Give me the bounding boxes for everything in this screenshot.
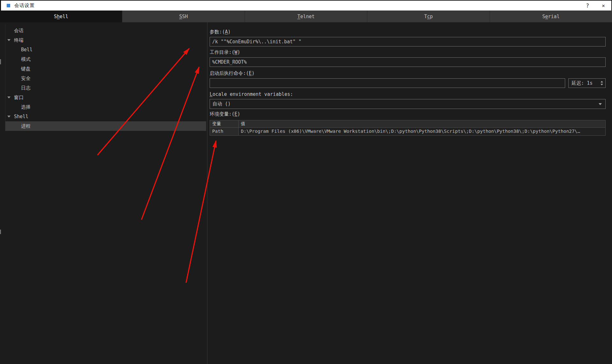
tab-label-part: S [542,14,545,19]
tab-shell[interactable]: Shell [0,11,122,22]
env-vars-table: 变量 值 Path D:\Program Files (x86)\VMware\… [210,120,606,136]
chevron-down-icon[interactable] [7,39,11,41]
dialog-body: 会话 终端 Bell 模式 键盘 安全 日 [0,22,612,364]
tree-item-label: 模式 [21,56,31,62]
tree-item-label: 键盘 [21,66,31,72]
tab-mnemonic: e [545,14,548,19]
env-var-value-cell[interactable]: D:\Program Files (x86)\VMware\VMware Wor… [239,128,605,135]
spin-down-button[interactable] [601,84,603,85]
label-part: ) [237,49,240,55]
label-part: 环境变量:( [210,111,234,117]
post-start-command-label: 启动后执行命令:(E) [210,70,255,76]
spinner-buttons [601,81,603,85]
label-part: ) [252,70,255,76]
tab-label-part: elnet [300,14,314,19]
delay-spinner[interactable]: 延迟: 1s [568,78,606,88]
tree-item-label: 安全 [21,75,31,82]
sidebar-item-selection[interactable]: 选择 [5,102,206,112]
label-part: ) [228,29,231,35]
label-part: ) [237,111,240,117]
tree-item-label: 终端 [14,37,24,43]
tree-item-label: 日志 [21,85,31,91]
env-vars-label: 环境变量:(E) [210,111,240,117]
tab-label-part: ell [60,14,68,19]
tab-mnemonic: h [57,14,60,19]
tab-label-part: T [424,14,427,19]
tree-item-label: 窗口 [14,95,24,101]
tab-serial[interactable]: Serial [490,11,612,22]
workdir-input[interactable] [210,57,606,67]
titlebar: 会话设置 ? ✕ [0,0,612,11]
tab-mnemonic: S [179,14,182,19]
locale-label: Locale environment variables: [210,91,293,97]
table-row[interactable]: Path D:\Program Files (x86)\VMware\VMwar… [210,128,605,136]
tree-item-label: Shell [14,114,28,119]
label-mnemonic: W [234,49,237,55]
close-button[interactable]: ✕ [595,1,611,11]
tab-bar: Shell SSH Telnet Tcp Serial [0,11,612,22]
settings-sidebar: 会话 终端 Bell 模式 键盘 安全 日 [0,22,207,364]
args-input[interactable] [210,37,606,46]
tree-item-label: 会话 [14,28,24,34]
tab-label-part: S [54,14,57,19]
sidebar-item-log[interactable]: 日志 [5,83,206,93]
sidebar-item-terminal[interactable]: 终端 [5,35,206,45]
chevron-down-icon [599,103,602,105]
sidebar-item-mode[interactable]: 模式 [5,54,206,64]
left-edge-mark [0,59,1,64]
help-button[interactable]: ? [580,1,595,11]
tab-telnet[interactable]: Telnet [245,11,367,22]
sidebar-item-shell[interactable]: Shell [5,112,206,121]
tab-mnemonic: c [427,14,430,19]
sidebar-item-keyboard[interactable]: 键盘 [5,64,206,74]
tree-item-label: 进程 [21,123,31,129]
env-table-header-variable[interactable]: 变量 [210,120,239,127]
tab-tcp[interactable]: Tcp [367,11,489,22]
tab-label-part: rial [548,14,559,19]
label-mnemonic: E [249,70,252,76]
spin-up-button[interactable] [601,81,603,82]
locale-select[interactable]: 自动 () [210,99,606,109]
process-settings-panel: 参数:(A) 工作目录:(W) 启动后执行命令:(E) 延迟: 1s Local… [207,22,612,364]
post-start-command-input[interactable] [210,78,565,88]
env-table-header-value[interactable]: 值 [239,120,605,127]
label-part: 工作目录:( [210,49,234,55]
tab-ssh[interactable]: SSH [122,11,244,22]
label-part: 参数:( [210,29,225,35]
tree-item-label: 选择 [21,104,31,110]
sidebar-item-window[interactable]: 窗口 [5,93,206,102]
app-icon [7,4,10,7]
settings-tree: 会话 终端 Bell 模式 键盘 安全 日 [5,24,206,131]
session-settings-window: 会话设置 ? ✕ Shell SSH Telnet Tcp Serial 会话 [0,0,612,364]
left-edge-mark [0,230,1,234]
args-label: 参数:(A) [210,29,231,35]
tree-item-label: Bell [21,47,32,53]
tab-label-part: SH [182,14,188,19]
tab-label-part: p [430,14,433,19]
chevron-down-icon[interactable] [7,96,11,98]
sidebar-item-bell[interactable]: Bell [5,45,206,54]
sidebar-item-session[interactable]: 会话 [5,26,206,35]
tab-mnemonic: T [297,14,300,19]
label-part: 启动后执行命令:( [210,70,249,76]
sidebar-item-process[interactable]: 进程 [5,121,206,131]
label-mnemonic: E [234,111,237,117]
locale-selected-value: 自动 () [212,101,599,107]
chevron-down-icon[interactable] [7,116,11,118]
workdir-label: 工作目录:(W) [210,49,240,55]
label-mnemonic: L [210,91,212,97]
label-mnemonic: A [225,29,228,35]
label-part: ocale environment variables: [212,91,293,97]
env-var-name-cell[interactable]: Path [210,128,239,135]
env-table-header: 变量 值 [210,120,605,128]
window-title: 会话设置 [14,3,35,9]
delay-value: 延迟: 1s [572,80,601,86]
sidebar-item-security[interactable]: 安全 [5,74,206,83]
